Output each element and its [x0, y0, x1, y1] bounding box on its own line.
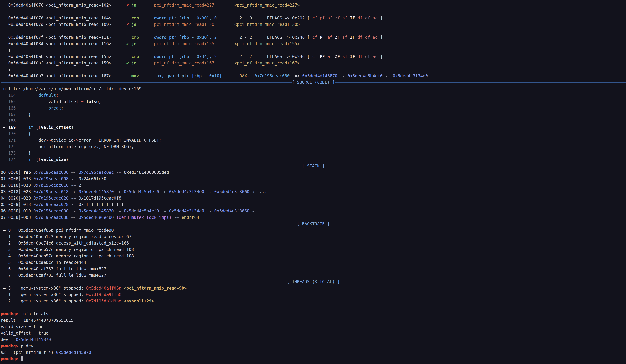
text-span: ◂—	[172, 215, 182, 220]
text-span: valid_offset	[48, 99, 81, 104]
text-span: 0x5ded40a4f0b7	[8, 73, 46, 78]
text-span: 0x5ded40a4f0ab	[8, 54, 46, 59]
text-span: ►	[1, 286, 8, 291]
source-line: 174 if (!valid_size)	[1, 156, 626, 163]
text-span: │	[18, 183, 21, 188]
text-span: —▸	[69, 215, 78, 220]
pwndbg-terminal[interactable]: 0x5ded40a4f076 <pci_nftdrm_mmio_read+102…	[0, 0, 626, 364]
text-span: <pci_nftdrm_mmio_read+109>	[46, 22, 111, 27]
stack-line: 05:0028│-018 0x7d195ceac028 ◂— 0xfffffff…	[1, 201, 626, 208]
text-span: )	[66, 157, 69, 162]
text-span: endbr64	[182, 215, 199, 220]
text-span: 2 - 0	[239, 16, 252, 21]
text-span: ◂—	[69, 177, 78, 181]
text-span	[136, 41, 154, 46]
text-span	[136, 22, 154, 27]
text-span	[214, 3, 235, 8]
text-span	[129, 3, 131, 8]
text-span	[18, 144, 39, 149]
text-span: result = 18446744073709551615	[1, 318, 74, 323]
text-span: 07:0038	[1, 215, 18, 220]
text-span	[18, 99, 48, 104]
text-span: pci_nftdrm_mmio_read+155	[154, 41, 214, 46]
text-span: (	[33, 125, 39, 130]
text-span	[18, 131, 28, 136]
text-span: ✔	[126, 61, 129, 66]
output-line: valid_offset = true	[1, 330, 626, 336]
text-span	[139, 54, 154, 59]
text-span: :	[56, 93, 58, 98]
text-span: —▸	[159, 189, 169, 194]
text-span: ◂—	[383, 73, 393, 78]
text-span: 1	[1, 234, 18, 239]
text-span: ◂—	[69, 196, 78, 201]
text-span: qword ptr [rbp - 0x30], 2	[154, 35, 217, 40]
backtrace-frame: 2 0x5ded40bc74c6 access_with_adjusted_si…	[1, 240, 626, 247]
text-span: pci_nftdrm_mmio_read+167	[154, 61, 214, 66]
text-span: —▸	[337, 73, 348, 78]
text-span: —▸	[69, 209, 78, 214]
text-span: 5	[1, 260, 18, 265]
text-span: 167	[1, 112, 18, 117]
text-span: stopped:	[63, 292, 86, 297]
text-span: —▸	[69, 170, 78, 175]
source-line: 167 }	[1, 111, 626, 118]
text-span: 0x5ded4c5b4ef0	[124, 189, 159, 194]
text-span	[139, 35, 154, 40]
text-span: -018	[21, 202, 33, 207]
text-span: -008	[21, 215, 33, 220]
text-span: 0x5ded4c3f34e0	[169, 209, 204, 214]
disasm-line: 0x5ded40a4f07d <pci_nftdrm_mmio_read+109…	[1, 21, 626, 28]
text-span: 0x7d195ceac018	[33, 189, 69, 194]
text-span: 0x5ded4d145870	[56, 350, 91, 355]
text-span	[18, 93, 39, 98]
text-span	[129, 61, 131, 66]
text-span: —▸	[114, 189, 124, 194]
text-span: pwndbg>	[1, 344, 21, 349]
text-span: 0	[8, 228, 18, 233]
backtrace-frame: 3 0x5ded40bcb57c memory_region_dispatch_…	[1, 247, 626, 253]
text-span: error	[78, 138, 91, 143]
text-span: break	[48, 106, 61, 110]
text-span: 1	[1, 292, 18, 297]
text-span	[1, 35, 8, 40]
text-span: 0x7d195da91160	[86, 292, 121, 297]
text-span	[1, 54, 8, 59]
text-span: (	[33, 157, 39, 162]
text-span: pci_nftdrm_mmio_read+227	[154, 3, 214, 8]
text-span	[1, 61, 8, 66]
text-span: 168	[1, 118, 18, 123]
text-span: pci_nftdrm_mmio_read+120	[154, 22, 214, 27]
text-span: mov	[131, 73, 139, 78]
text-span: sf	[340, 35, 350, 40]
text-span: ja	[131, 3, 136, 8]
separator-rule	[340, 282, 626, 282]
text-span: 0x7d195ceac030	[33, 209, 69, 214]
text-span: 0x5ded4d145870	[16, 337, 51, 342]
prompt-line: pwndbg> p dev	[1, 343, 626, 349]
backtrace-frame: 5 0x5ded40cae0cc io_readx+444	[1, 259, 626, 266]
text-span: $3 = (pci_nftdrm_t *)	[1, 350, 56, 355]
text-span: ✗	[126, 3, 129, 8]
text-span	[1, 3, 8, 8]
text-span: ;	[61, 106, 63, 110]
text-span: 3	[1, 247, 18, 252]
text-span: EFLAGS => 0x246 [	[267, 54, 312, 59]
text-span: <pci_nftdrm_mmio_read+120>	[235, 22, 300, 27]
text-span	[252, 16, 267, 21]
terminal-cursor[interactable]	[21, 356, 23, 361]
text-span: 0x5ded40caf783 full_le_lduw_mmu+627	[18, 266, 106, 271]
backtrace-frame: 6 0x5ded40caf783 full_le_lduw_mmu+627	[1, 266, 626, 272]
text-span: -010	[21, 209, 33, 214]
text-span: 0x5ded40caf783 full_le_lduw_mmu+627	[18, 273, 106, 278]
text-span: 0x5ded40bca1c3 memory_region_read_access…	[18, 234, 131, 239]
prompt-line: pwndbg> info locals	[1, 311, 626, 317]
text-span: cmp	[131, 54, 139, 59]
separator-rule	[335, 82, 626, 83]
text-span: 172	[1, 144, 18, 149]
text-span: —▸	[114, 209, 124, 214]
stack-line: 00:0000│ rsp 0x7d195ceac000 —▸ 0x7d195ce…	[1, 169, 626, 176]
blank-line	[1, 8, 626, 15]
text-span: dev =	[1, 337, 16, 342]
text-span: 0x7d195db1d9ad	[86, 299, 121, 303]
